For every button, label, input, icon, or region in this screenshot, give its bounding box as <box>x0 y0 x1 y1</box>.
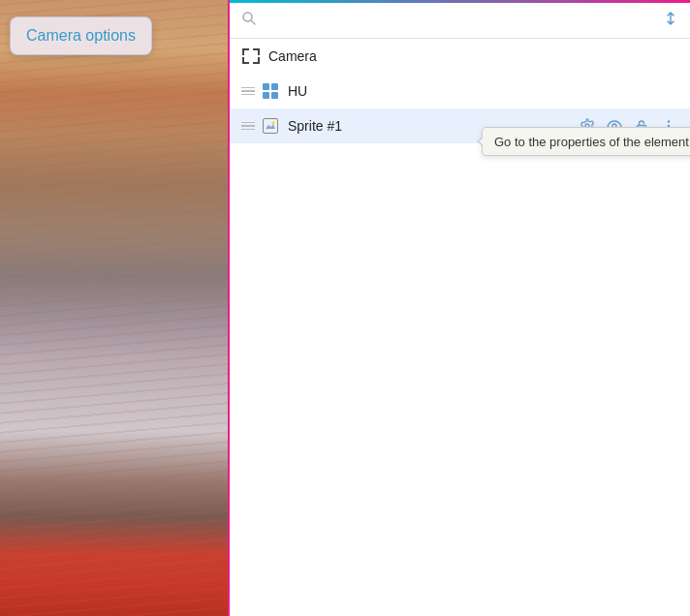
left-panel: Camera options <box>0 0 230 616</box>
search-input[interactable] <box>265 13 655 28</box>
right-panel: Camera HU <box>230 0 690 616</box>
drag-handle-hud <box>241 83 257 99</box>
hud-label: HU <box>288 83 678 99</box>
tree-item-camera[interactable]: Camera <box>230 39 690 74</box>
drag-handle-sprite1 <box>241 118 257 134</box>
sort-icon[interactable] <box>663 11 678 30</box>
camera-label: Camera <box>268 48 678 64</box>
svg-line-1 <box>251 20 255 24</box>
tooltip-text: Go to the properties of the element or g… <box>494 135 690 149</box>
tooltip: Go to the properties of the element or g… <box>482 127 690 156</box>
tree-item-hud[interactable]: HU <box>230 74 690 108</box>
tree-list: Camera HU <box>230 39 690 616</box>
sprite-icon <box>261 116 280 136</box>
camera-background <box>0 0 228 616</box>
search-icon <box>241 11 257 30</box>
svg-point-2 <box>272 122 275 125</box>
grid-icon <box>261 81 280 101</box>
search-bar <box>230 3 690 39</box>
camera-options-button[interactable]: Camera options <box>10 16 152 55</box>
camera-icon <box>241 46 261 66</box>
svg-point-5 <box>668 120 670 122</box>
